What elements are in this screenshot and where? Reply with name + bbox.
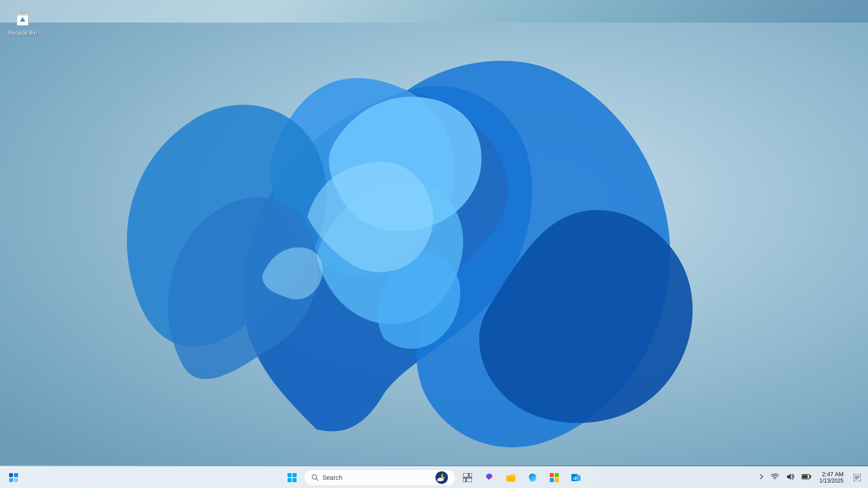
svg-rect-9 — [292, 473, 297, 477]
task-view-button[interactable] — [458, 468, 477, 488]
svg-rect-6 — [9, 478, 13, 482]
svg-rect-19 — [463, 473, 468, 477]
svg-marker-32 — [787, 474, 791, 480]
show-hidden-icons-button[interactable] — [757, 473, 765, 482]
clock[interactable]: 2:47 AM 1/13/2025 — [817, 470, 846, 485]
wallpaper — [0, 0, 868, 488]
start-button[interactable] — [282, 468, 302, 488]
volume-icon[interactable] — [784, 472, 796, 483]
edge-button[interactable] — [523, 468, 542, 488]
recycle-bin-image — [12, 6, 33, 28]
svg-rect-27 — [555, 478, 559, 482]
svg-text:O: O — [573, 476, 576, 481]
svg-point-30 — [576, 476, 579, 480]
svg-rect-11 — [292, 478, 297, 482]
widgets-button[interactable] — [4, 468, 24, 488]
clock-time: 2:47 AM — [822, 471, 844, 478]
outlook-button[interactable]: O — [566, 468, 586, 488]
svg-rect-24 — [550, 473, 554, 477]
svg-rect-20 — [469, 473, 472, 477]
taskbar-left — [4, 468, 24, 488]
taskbar-right: 2:47 AM 1/13/2025 — [757, 470, 864, 485]
taskbar-center: Search — [282, 468, 586, 488]
svg-rect-5 — [14, 473, 18, 477]
clock-date: 1/13/2025 — [820, 478, 844, 484]
svg-rect-34 — [810, 475, 811, 478]
notification-icon[interactable] — [850, 470, 864, 485]
taskbar: Search — [0, 466, 868, 488]
svg-rect-26 — [550, 478, 554, 482]
wifi-icon[interactable] — [769, 473, 781, 482]
search-bar[interactable]: Search — [304, 469, 456, 486]
battery-icon[interactable] — [800, 473, 813, 482]
desktop: Recycle Bin — [0, 0, 868, 488]
search-icon — [311, 474, 319, 481]
svg-rect-7 — [14, 478, 18, 482]
recycle-bin-label: Recycle Bin — [8, 30, 37, 37]
svg-rect-4 — [9, 473, 13, 477]
svg-point-16 — [443, 474, 446, 477]
svg-rect-10 — [288, 478, 292, 482]
svg-point-18 — [437, 479, 441, 481]
search-label: Search — [322, 474, 432, 481]
copilot-button[interactable] — [479, 468, 499, 488]
svg-line-13 — [316, 479, 318, 480]
store-button[interactable] — [544, 468, 564, 488]
file-explorer-button[interactable] — [501, 468, 521, 488]
svg-rect-3 — [20, 12, 24, 14]
weather-widget — [435, 471, 448, 484]
svg-rect-21 — [463, 478, 466, 482]
svg-rect-8 — [288, 473, 292, 477]
svg-rect-35 — [802, 475, 807, 479]
svg-rect-23 — [506, 475, 515, 482]
recycle-bin-icon[interactable]: Recycle Bin — [5, 5, 41, 39]
svg-rect-25 — [555, 473, 559, 477]
svg-point-14 — [435, 471, 448, 484]
svg-rect-22 — [467, 478, 472, 482]
